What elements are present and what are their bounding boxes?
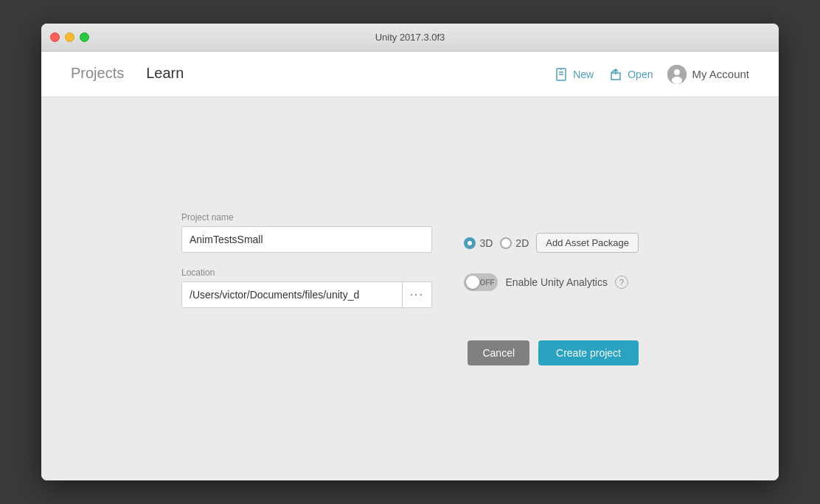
form-right: 3D 2D Add Asset Package OFF	[464, 212, 639, 291]
open-button[interactable]: Open	[608, 67, 653, 82]
open-icon	[608, 67, 623, 82]
analytics-label: Enable Unity Analytics	[505, 276, 608, 288]
minimize-button[interactable]	[65, 32, 74, 42]
add-asset-button[interactable]: Add Asset Package	[536, 233, 639, 253]
avatar-icon	[667, 65, 687, 84]
location-input[interactable]	[182, 282, 402, 307]
location-browse-button[interactable]: ···	[402, 282, 431, 307]
form-container: Project name Location ···	[181, 212, 639, 365]
label-2d: 2D	[515, 237, 529, 249]
app-window: Unity 2017.3.0f3 Projects Learn New	[41, 24, 779, 480]
form-row: Project name Location ···	[181, 212, 639, 308]
svg-point-6	[672, 77, 682, 84]
toggle-off-label: OFF	[479, 279, 494, 287]
new-button[interactable]: New	[554, 67, 594, 82]
analytics-toggle[interactable]: OFF	[464, 273, 498, 291]
my-account-label: My Account	[692, 68, 749, 80]
project-name-input[interactable]	[181, 226, 432, 253]
cancel-button[interactable]: Cancel	[468, 340, 529, 365]
nav-left: Projects Learn	[71, 65, 554, 83]
location-label: Location	[181, 267, 442, 278]
close-button[interactable]	[50, 32, 60, 42]
buttons-row: Cancel Create project	[181, 340, 639, 365]
dimension-toggle: 3D 2D Add Asset Package	[464, 233, 639, 253]
help-icon[interactable]: ?	[615, 276, 628, 289]
project-name-label: Project name	[181, 212, 442, 223]
location-input-wrapper: ···	[181, 281, 432, 308]
nav-learn[interactable]: Learn	[146, 65, 184, 83]
create-project-button[interactable]: Create project	[538, 340, 639, 365]
label-3d: 3D	[479, 237, 493, 249]
maximize-button[interactable]	[80, 32, 89, 42]
new-label: New	[573, 69, 594, 80]
nav-projects[interactable]: Projects	[71, 65, 124, 83]
open-label: Open	[628, 69, 653, 80]
radio-2d-group: 2D	[500, 237, 529, 249]
form-left: Project name Location ···	[181, 212, 442, 308]
radio-3d-dot	[466, 239, 473, 247]
radio-3d[interactable]	[464, 237, 476, 249]
window-controls	[50, 32, 89, 42]
location-group: Location ···	[181, 267, 442, 308]
analytics-row: OFF Enable Unity Analytics ?	[464, 273, 639, 291]
project-name-group: Project name	[181, 212, 442, 253]
my-account-button[interactable]: My Account	[667, 65, 749, 84]
svg-point-5	[674, 69, 680, 75]
toggle-knob	[466, 276, 479, 289]
avatar	[667, 65, 687, 84]
nav-right: New Open My	[554, 65, 749, 84]
svg-point-7	[468, 241, 472, 245]
title-bar: Unity 2017.3.0f3	[41, 24, 779, 52]
new-icon	[554, 67, 569, 82]
radio-3d-group: 3D	[464, 237, 493, 249]
radio-2d[interactable]	[500, 237, 512, 249]
header: Projects Learn New O	[41, 52, 779, 97]
content-area: Project name Location ···	[41, 97, 779, 480]
window-title: Unity 2017.3.0f3	[375, 32, 445, 43]
